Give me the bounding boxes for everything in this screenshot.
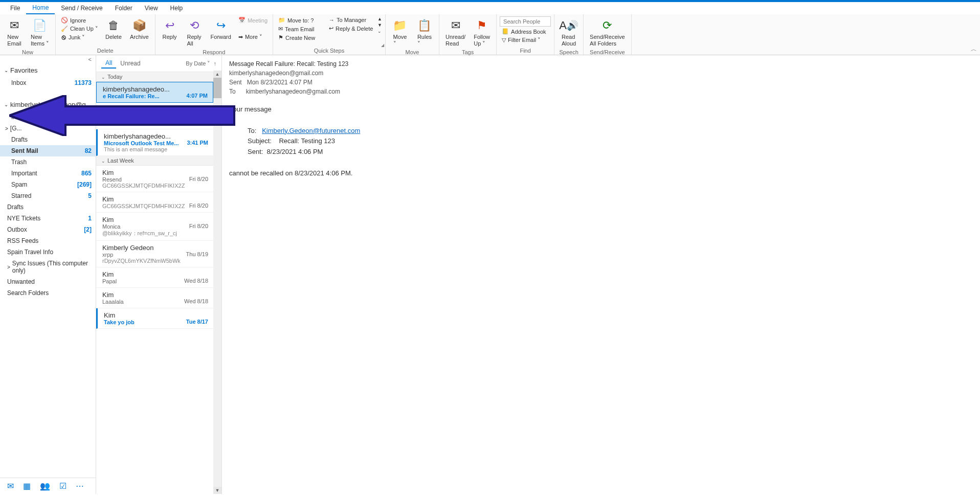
msglist-group-today[interactable]: ⌄Today (96, 72, 213, 82)
reply-delete-icon: ↩ (329, 25, 333, 32)
people-nav-icon[interactable]: 👥 (40, 481, 50, 491)
ignore-button[interactable]: 🚫Ignore (59, 16, 100, 24)
move-button[interactable]: 📁Move ˅ (389, 16, 411, 48)
to-manager-quickstep[interactable]: →To Manager (327, 16, 375, 24)
folder-item-outbox[interactable]: Outbox[2] (0, 224, 96, 235)
msglist-scrollbar[interactable]: ▲ ▼ (213, 71, 221, 494)
quickstep-expand-icon[interactable]: ⌄ (377, 29, 382, 34)
search-people-input[interactable] (500, 16, 551, 27)
cleanup-button[interactable]: 🧹Clean Up ˅ (59, 25, 100, 33)
sort-by-date[interactable]: By Date ˅ (186, 60, 210, 67)
body-to-link[interactable]: Kimberly.Gedeon@futurenet.com (262, 127, 360, 134)
folder-item-search-folders[interactable]: Search Folders (0, 287, 96, 299)
quickstep-down-icon[interactable]: ▼ (377, 22, 382, 28)
new-items-button[interactable]: 📄 New Items ˅ (28, 16, 52, 48)
delete-button[interactable]: 🗑 Delete (102, 16, 125, 41)
mail-icon: ✉ (278, 26, 283, 32)
body-subject-label: Subject: (248, 137, 272, 145)
folder-item--g-[interactable]: >[G... (0, 123, 96, 134)
read-aloud-button[interactable]: A🔊Read Aloud (558, 16, 580, 48)
body-to-label: To: (248, 127, 256, 134)
followup-button[interactable]: ⚑Follow Up ˅ (471, 16, 493, 48)
message-item[interactable]: KimGC66GSSKJMTQFDMHFIKIX2ZFri 8/20 (96, 192, 213, 213)
nav-bar: ✉ ▦ 👥 ☑ ⋯ (0, 478, 96, 494)
moveto-quickstep[interactable]: 📁Move to: ? (276, 16, 325, 24)
menu-tab-home[interactable]: Home (26, 2, 55, 14)
team-email-quickstep[interactable]: ✉Team Email (276, 25, 325, 33)
folder-item-spam[interactable]: Spam[269] (0, 179, 96, 190)
folder-item-drafts[interactable]: Drafts (0, 201, 96, 213)
menu-tab-folder[interactable]: Folder (109, 3, 139, 14)
msglist-tab-all[interactable]: All (101, 58, 116, 69)
reply-delete-quickstep[interactable]: ↩Reply & Delete (327, 25, 375, 32)
reply-all-button[interactable]: ⟲Reply All (183, 16, 206, 48)
meeting-button[interactable]: 📅Meeting (236, 16, 270, 24)
msglist-header: All Unread By Date ˅ ↑ (96, 55, 221, 72)
junk-button[interactable]: 🛇Junk ˅ (59, 34, 100, 41)
favorites-header[interactable]: ⌄Favorites (0, 63, 96, 77)
more-respond-button[interactable]: ➡More ˅ (236, 33, 270, 41)
quickstep-up-icon[interactable]: ▲ (377, 16, 382, 21)
message-item[interactable]: KimberlyShanaGede...Testing 123From: Goo… (96, 103, 213, 129)
message-item[interactable]: KimMonica@blikkyikky：ref=cm_sw_r_cjFri 8… (96, 213, 213, 241)
chevron-down-icon: ⌄ (4, 67, 8, 73)
menu-tab-send-receive[interactable]: Send / Receive (55, 3, 108, 14)
body-line-yourmessage: Your message (229, 104, 973, 115)
reading-subject: Message Recall Failure: Recall: Testing … (229, 59, 973, 69)
address-book-button[interactable]: 📒Address Book (500, 28, 551, 35)
message-item[interactable]: KimResendGC66GSSKJMTQFDMHFIKIX2ZFri 8/20 (96, 166, 213, 192)
calendar-nav-icon[interactable]: ▦ (23, 481, 31, 491)
menu-tab-view[interactable]: View (139, 3, 164, 14)
message-item[interactable]: kimberlyshanagedeo...Microsoft Outlook T… (96, 129, 213, 156)
folder-item-sent-mail[interactable]: Sent Mail82 (0, 145, 96, 156)
folder-item-starred[interactable]: Starred5 (0, 190, 96, 201)
new-email-button[interactable]: ✉ New Email (3, 16, 26, 48)
message-item[interactable]: KimTake yo jobTue 8/17 (96, 308, 213, 329)
menu-tab-file[interactable]: File (4, 3, 26, 14)
folder-item-trash[interactable]: Trash (0, 156, 96, 168)
sort-direction-icon[interactable]: ↑ (214, 60, 217, 66)
menu-tab-help[interactable]: Help (164, 3, 189, 14)
unread-read-button[interactable]: ✉Unread/ Read (442, 16, 469, 48)
folder-item-unwanted[interactable]: Unwanted (0, 276, 96, 287)
msglist-tab-unread[interactable]: Unread (116, 59, 144, 68)
account-header[interactable]: ⌄kimberlyshanagedeon@g... (0, 98, 96, 111)
message-item[interactable]: KimPapalWed 8/18 (96, 267, 213, 288)
quicksteps-dialog-launcher[interactable]: ◢ (381, 43, 384, 48)
mail-nav-icon[interactable]: ✉ (7, 481, 14, 491)
scroll-up-icon[interactable]: ▲ (213, 71, 221, 78)
folder-item-nye-tickets[interactable]: NYE Tickets1 (0, 213, 96, 224)
msglist-group-last-week[interactable]: ⌄Last Week (96, 156, 213, 166)
ribbon-label-move: Move (389, 48, 436, 56)
ribbon-collapse-button[interactable]: ︿ (971, 45, 977, 54)
message-time: Thu 8/19 (186, 251, 208, 257)
chevron-down-icon: ⌄ (101, 159, 105, 164)
create-new-quickstep[interactable]: ⚑Create New (276, 34, 325, 41)
folder-item-rss-feeds[interactable]: RSS Feeds (0, 235, 96, 246)
ribbon-label-speech: Speech (558, 48, 580, 56)
folder-item-important[interactable]: Important865 (0, 168, 96, 179)
more-nav-icon[interactable]: ⋯ (76, 481, 84, 491)
scroll-down-icon[interactable]: ▼ (213, 487, 221, 494)
forward-button[interactable]: ↪Forward (208, 16, 234, 41)
ribbon-label-sendreceive: Send/Receive (587, 48, 628, 56)
filter-email-button[interactable]: ▽Filter Email ˅ (500, 36, 551, 44)
folder-item-drafts[interactable]: Drafts (0, 134, 96, 145)
folder-item-sync-issues-this-computer-only-[interactable]: >Sync Issues (This computer only) (0, 258, 96, 276)
message-item[interactable]: KimLaaalalaWed 8/18 (96, 288, 213, 308)
message-item[interactable]: Kimberly GedeonxrpprDpyvZQL6mYKVZfNmW5bW… (96, 241, 213, 267)
folder-pane-collapse[interactable]: < (0, 55, 96, 63)
scrollbar-thumb[interactable] (213, 78, 221, 98)
folder-item-spain-travel-info[interactable]: Spain Travel Info (0, 246, 96, 258)
archive-button[interactable]: 📦 Archive (127, 16, 152, 41)
ribbon-group-tags: ✉Unread/ Read ⚑Follow Up ˅ Tags (439, 14, 497, 55)
message-item[interactable]: kimberlyshanagedeo...e Recall Failure: R… (96, 82, 213, 103)
folder-item-inbox[interactable]: Inbox (0, 111, 96, 123)
tasks-nav-icon[interactable]: ☑ (59, 481, 66, 491)
send-receive-all-button[interactable]: ⟳Send/Receive All Folders (587, 16, 628, 48)
body-subject-value: Recall: Testing 123 (279, 137, 335, 145)
rules-button[interactable]: 📋Rules ˅ (413, 16, 436, 48)
message-from: Kim (102, 216, 208, 223)
folder-favorites-inbox[interactable]: Inbox11373 (0, 77, 96, 88)
reply-button[interactable]: ↩Reply (159, 16, 181, 41)
